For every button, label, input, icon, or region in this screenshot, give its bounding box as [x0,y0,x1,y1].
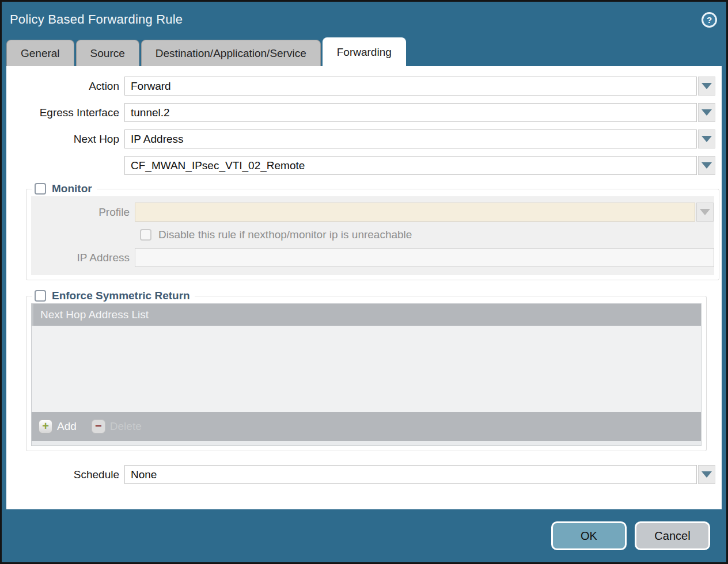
disable-rule-row: Disable this rule if nexthop/monitor ip … [140,228,714,241]
action-select[interactable]: Forward [124,77,697,96]
monitor-title: Monitor [52,182,92,195]
disable-rule-label: Disable this rule if nexthop/monitor ip … [158,228,412,241]
next-hop-type-dropdown-button[interactable] [698,129,715,148]
profile-label: Profile [31,206,135,219]
monitor-legend: Monitor [32,182,97,195]
chevron-down-icon [702,471,712,478]
tab-forwarding[interactable]: Forwarding [323,37,406,66]
chevron-down-icon [702,136,712,142]
symmetric-return-title: Enforce Symmetric Return [52,289,190,302]
next-hop-label: Next Hop [6,133,124,146]
delete-button: − Delete [92,420,142,433]
ok-button[interactable]: OK [551,521,627,550]
tab-source[interactable]: Source [76,40,139,66]
monitor-section: Monitor Profile Disable this rule if nex… [26,182,719,280]
tab-general[interactable]: General [6,40,74,66]
monitor-ip-address-input [135,248,714,267]
monitor-ip-address-label: IP Address [31,251,135,264]
add-button-label: Add [57,420,77,433]
egress-interface-select[interactable]: tunnel.2 [124,103,697,122]
help-icon[interactable]: ? [702,12,717,28]
table-bottom-strip [32,441,701,445]
schedule-select[interactable]: None [124,465,697,484]
dialog-title: Policy Based Forwarding Rule [10,12,183,27]
next-hop-address-list-header: Next Hop Address List [32,304,701,326]
action-row: Action Forward [6,77,722,96]
schedule-label: Schedule [6,468,124,481]
delete-button-label: Delete [110,420,142,433]
plus-icon: + [39,420,52,433]
minus-icon: − [92,420,105,433]
action-label: Action [6,80,124,93]
symmetric-return-checkbox[interactable] [35,290,46,302]
monitor-disabled-panel: Profile Disable this rule if nexthop/mon… [31,196,714,275]
chevron-down-icon [700,209,710,215]
profile-dropdown-button [696,203,714,222]
chevron-down-icon [702,109,712,116]
policy-based-forwarding-dialog: Policy Based Forwarding Rule ? General S… [0,0,728,564]
action-dropdown-button[interactable] [698,77,715,96]
monitor-checkbox[interactable] [35,183,46,195]
dialog-titlebar: Policy Based Forwarding Rule ? [2,2,726,37]
disable-rule-checkbox [140,229,151,241]
monitor-ip-address-row: IP Address [31,248,714,267]
next-hop-address-select[interactable]: CF_MWAN_IPsec_VTI_02_Remote [124,156,697,175]
symmetric-return-legend: Enforce Symmetric Return [32,289,195,302]
next-hop-address-row: CF_MWAN_IPsec_VTI_02_Remote [6,156,722,175]
schedule-row: Schedule None [6,465,722,484]
next-hop-row: Next Hop IP Address [6,129,722,148]
chevron-down-icon [702,162,712,169]
next-hop-address-list-body[interactable] [32,326,701,412]
next-hop-type-select[interactable]: IP Address [124,129,697,148]
profile-select [135,203,695,222]
dialog-footer: OK Cancel [2,509,726,562]
schedule-dropdown-button[interactable] [698,465,715,484]
cancel-button[interactable]: Cancel [635,521,710,550]
egress-interface-dropdown-button[interactable] [698,103,715,122]
profile-row: Profile [31,203,714,222]
next-hop-address-dropdown-button[interactable] [698,156,715,175]
chevron-down-icon [702,83,712,89]
egress-interface-label: Egress Interface [6,106,124,119]
next-hop-address-list-toolbar: + Add − Delete [32,412,701,441]
tab-bar: General Source Destination/Application/S… [2,37,726,66]
tab-destination-application-service[interactable]: Destination/Application/Service [141,40,321,66]
forwarding-tab-panel: Action Forward Egress Interface tunnel.2… [6,66,722,509]
add-button[interactable]: + Add [39,420,77,433]
next-hop-address-table: Next Hop Address List + Add − Delete [31,303,702,446]
symmetric-return-section: Enforce Symmetric Return Next Hop Addres… [26,289,707,451]
egress-interface-row: Egress Interface tunnel.2 [6,103,722,122]
